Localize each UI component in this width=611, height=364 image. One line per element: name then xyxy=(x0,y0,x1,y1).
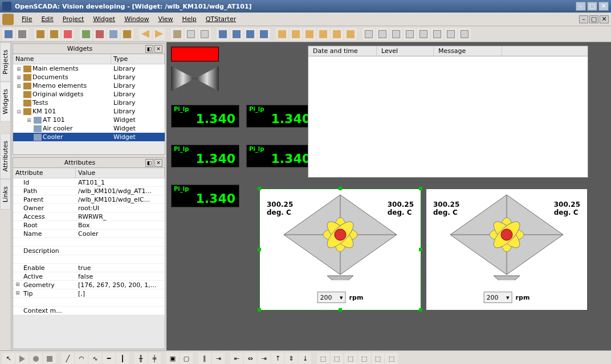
valve-widget[interactable] xyxy=(171,66,219,91)
tile-icon[interactable]: ⬚ xyxy=(385,353,398,365)
mdi-close-button[interactable]: ✕ xyxy=(600,15,609,23)
widget-edit-icon[interactable] xyxy=(121,28,133,40)
level-rise-icon[interactable] xyxy=(217,28,229,40)
eqwidth-icon[interactable]: ⬚ xyxy=(344,353,357,365)
distrib-v-icon[interactable]: ⬚ xyxy=(331,353,343,365)
rpm-select[interactable]: 200▾ xyxy=(317,292,346,303)
attr-value[interactable]: RWRWR_ xyxy=(76,213,165,220)
attr-row[interactable] xyxy=(13,298,165,306)
maximize-button[interactable]: ▢ xyxy=(587,2,597,11)
step-icon[interactable]: ⇥ xyxy=(212,353,225,365)
vline-icon[interactable]: ┃ xyxy=(116,353,129,365)
disconnect-icon[interactable]: ╪ xyxy=(148,353,161,365)
text-tool-icon[interactable] xyxy=(390,28,402,40)
function-icon[interactable] xyxy=(458,28,471,40)
attr-row[interactable]: Path/wlb_KM101/wdg_AT1... xyxy=(13,187,165,195)
snap-top-icon[interactable]: ⤒ xyxy=(271,353,284,365)
menu-view[interactable]: View xyxy=(154,14,178,24)
new-widget-icon[interactable] xyxy=(62,28,74,40)
cut-icon[interactable] xyxy=(171,28,184,40)
minimize-button[interactable]: – xyxy=(576,2,586,11)
lcd-display[interactable]: Pi_lp1.340 xyxy=(171,105,239,128)
doc-icon[interactable] xyxy=(445,28,457,40)
menu-edit[interactable]: Edit xyxy=(36,14,58,24)
red-indicator-widget[interactable] xyxy=(171,47,219,62)
attr-row[interactable]: NameCooler xyxy=(13,230,165,238)
menu-file[interactable]: File xyxy=(17,14,36,24)
snap-vc-icon[interactable]: ⇕ xyxy=(285,353,298,365)
attr-row[interactable]: Ownerroot:UI xyxy=(13,204,165,212)
resize-handle[interactable] xyxy=(339,308,342,312)
hline-icon[interactable]: ━ xyxy=(103,353,115,365)
widgets-tree[interactable]: Name Type ⊞ Main elements Library ⊞ Docu… xyxy=(13,54,165,141)
resize-handle[interactable] xyxy=(258,187,261,190)
db-save-icon[interactable] xyxy=(16,28,28,40)
resize-handle[interactable] xyxy=(419,248,422,251)
menu-project[interactable]: Project xyxy=(58,14,89,24)
tree-row[interactable]: ⊞ Main elements Library xyxy=(13,64,165,73)
run-project-icon[interactable] xyxy=(34,28,47,40)
snap-right-icon[interactable]: ⇥ xyxy=(258,353,270,365)
expand-icon[interactable]: ⊞ xyxy=(15,83,22,89)
db-load-icon[interactable] xyxy=(2,28,15,40)
attr-row[interactable]: Description xyxy=(13,247,165,255)
tab-attributes[interactable]: Attributes xyxy=(0,133,11,179)
undo-icon[interactable] xyxy=(139,28,152,40)
protocol-icon[interactable] xyxy=(431,28,443,40)
tab-widgets[interactable]: Widgets xyxy=(0,81,11,121)
attr-value[interactable]: true xyxy=(76,264,165,272)
media-icon[interactable] xyxy=(404,28,416,40)
resize-handle[interactable] xyxy=(419,308,422,312)
elfig-icon[interactable] xyxy=(362,28,375,40)
ungroup-icon[interactable]: ▢ xyxy=(180,353,193,365)
cursor-icon[interactable]: ↖ xyxy=(2,353,15,365)
bezier-icon[interactable]: ∿ xyxy=(89,353,101,365)
eqsize-icon[interactable]: ⬚ xyxy=(372,353,384,365)
close-button[interactable]: ✕ xyxy=(598,2,609,11)
mdi-minimize-button[interactable]: – xyxy=(579,15,588,23)
lcd-display[interactable]: Pi_lp1.340 xyxy=(246,105,315,128)
align-left-icon[interactable] xyxy=(276,28,288,40)
mdi-maximize-button[interactable]: ▢ xyxy=(589,15,598,23)
widgets-dock-float-button[interactable]: ◧ xyxy=(145,45,153,53)
play-icon[interactable] xyxy=(16,353,28,365)
design-canvas[interactable]: Pi_lp1.340Pi_lp1.340Pi_lp1.340Pi_lp1.340… xyxy=(166,42,611,350)
tree-row[interactable]: Air cooler Widget xyxy=(13,124,165,133)
menu-qtstarter[interactable]: QTStarter xyxy=(201,14,241,24)
snap-hc-icon[interactable]: ⇔ xyxy=(244,353,256,365)
align-bottom-icon[interactable] xyxy=(344,28,357,40)
pause-icon[interactable]: ∥ xyxy=(198,353,211,365)
attr-row[interactable]: Parent/wlb_KM101/wdg_elC... xyxy=(13,195,165,204)
distrib-h-icon[interactable]: ⬚ xyxy=(317,353,329,365)
arc-icon[interactable]: ◠ xyxy=(75,353,88,365)
attr-row[interactable]: IdAT101_1 xyxy=(13,178,165,187)
group-icon[interactable]: ▣ xyxy=(166,353,179,365)
attr-value[interactable]: root:UI xyxy=(76,205,165,212)
attr-row[interactable] xyxy=(13,238,165,247)
attr-value[interactable]: Box xyxy=(76,222,165,229)
box-icon[interactable] xyxy=(376,28,389,40)
attr-value[interactable]: [,] xyxy=(76,290,165,297)
tab-projects[interactable]: Projects xyxy=(0,42,11,81)
widgets-dock-close-button[interactable]: ✕ xyxy=(154,45,162,53)
widget-prop-icon[interactable] xyxy=(107,28,120,40)
expand-icon[interactable]: ⊞ xyxy=(14,281,21,287)
tree-row[interactable]: Original widgets Library xyxy=(13,90,165,99)
diagram-icon[interactable] xyxy=(417,28,430,40)
cooler-widget[interactable]: 300.25deg. C 300.25deg. C 200▾ rpm xyxy=(260,189,421,310)
attributes-grid[interactable]: IdAT101_1Path/wlb_KM101/wdg_AT1...Parent… xyxy=(13,178,165,315)
attr-row[interactable]: ⊞Geometry[176, 267, 250, 200, 1,... xyxy=(13,281,165,289)
attr-value[interactable]: /wlb_KM101/wdg_AT1... xyxy=(76,187,165,195)
expand-icon[interactable]: ⊞ xyxy=(15,66,22,72)
attr-value[interactable]: AT101_1 xyxy=(76,179,165,186)
align-vcenter-icon[interactable] xyxy=(331,28,343,40)
cooler-widget[interactable]: 300.25deg. C 300.25deg. C 200▾ rpm xyxy=(426,189,587,310)
tree-row[interactable]: Cooler Widget xyxy=(13,133,165,141)
attr-row[interactable]: Context m... xyxy=(13,306,165,315)
resize-handle[interactable] xyxy=(258,248,261,251)
align-right-icon[interactable] xyxy=(303,28,316,40)
record-icon[interactable] xyxy=(30,353,42,365)
menu-help[interactable]: Help xyxy=(178,14,201,24)
attr-value[interactable]: false xyxy=(76,273,165,280)
attr-row[interactable] xyxy=(13,255,165,264)
